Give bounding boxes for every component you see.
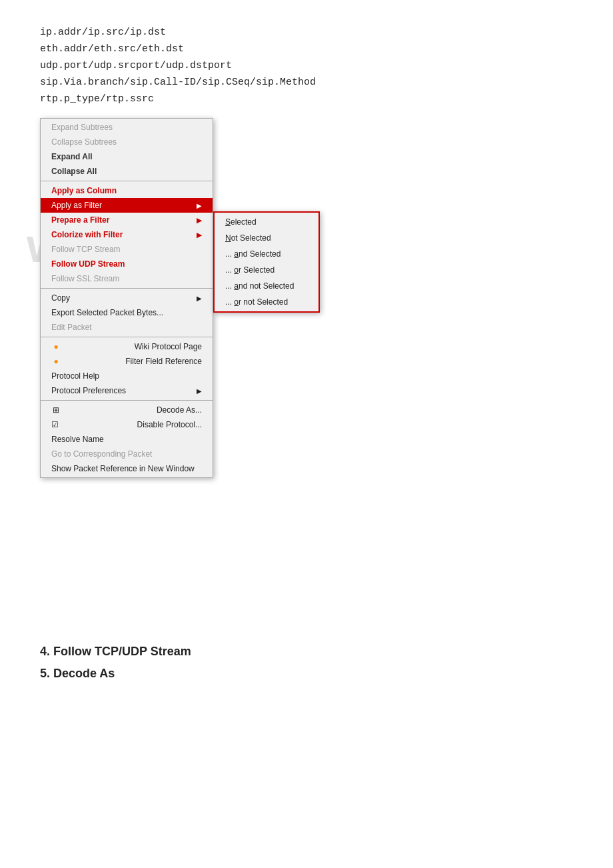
menu-item-collapse-all[interactable]: Collapse All <box>41 164 213 179</box>
submenu-arrow-prepare-filter: ▶ <box>197 217 202 224</box>
menu-item-copy[interactable]: Copy ▶ <box>41 291 213 305</box>
menu-item-go-to-corresponding[interactable]: Go to Corresponding Packet <box>41 447 213 461</box>
menu-item-filter-field-ref[interactable]: ● Filter Field Reference <box>41 354 213 369</box>
menu-item-wiki-protocol[interactable]: ● Wiki Protocol Page <box>41 339 213 354</box>
submenu-item-or-selected[interactable]: ... or Selected <box>215 262 318 278</box>
menu-item-show-packet-reference[interactable]: Show Packet Reference in New Window <box>41 461 213 476</box>
submenu-arrow-copy: ▶ <box>197 295 202 302</box>
menu-item-apply-as-filter[interactable]: Apply as Filter ▶ <box>41 198 213 213</box>
text-line-3: udp.port/udp.srcport/udp.dstport <box>40 60 573 71</box>
globe-orange-icon-2: ● <box>51 357 61 366</box>
text-line-1: ip.addr/ip.src/ip.dst <box>40 27 573 38</box>
menu-item-protocol-help[interactable]: Protocol Help <box>41 369 213 383</box>
menu-item-apply-as-column[interactable]: Apply as Column <box>41 183 213 198</box>
apply-filter-submenu: Selected Not Selected ... and Selected .… <box>213 211 320 313</box>
menu-item-expand-all[interactable]: Expand All <box>41 149 213 164</box>
separator-3 <box>41 337 213 337</box>
menu-item-export-selected[interactable]: Export Selected Packet Bytes... <box>41 305 213 320</box>
checkmark-icon: ☑ <box>51 420 59 429</box>
separator-1 <box>41 181 213 181</box>
menu-item-protocol-preferences[interactable]: Protocol Preferences ▶ <box>41 383 213 398</box>
submenu-item-or-not-selected[interactable]: ... or not Selected <box>215 294 318 310</box>
numbered-item-1: 4. Follow TCP/UDP Stream <box>40 645 573 659</box>
top-text-block: ip.addr/ip.src/ip.dst eth.addr/eth.src/e… <box>40 27 573 105</box>
numbered-item-2: 5. Decode As <box>40 667 573 681</box>
separator-4 <box>41 400 213 401</box>
context-menu-area: www.bdo Expand Subtrees Collapse Subtree… <box>40 118 573 378</box>
submenu-item-and-selected[interactable]: ... and Selected <box>215 246 318 262</box>
menu-item-edit-packet[interactable]: Edit Packet <box>41 320 213 335</box>
submenu-arrow-apply-filter: ▶ <box>197 202 202 209</box>
menu-item-collapse-subtrees[interactable]: Collapse Subtrees <box>41 135 213 149</box>
menu-item-follow-ssl[interactable]: Follow SSL Stream <box>41 271 213 286</box>
menu-item-prepare-filter[interactable]: Prepare a Filter ▶ <box>41 213 213 227</box>
text-line-2: eth.addr/eth.src/eth.dst <box>40 43 573 55</box>
menu-item-follow-udp[interactable]: Follow UDP Stream <box>41 257 213 271</box>
submenu-item-and-not-selected[interactable]: ... and not Selected <box>215 278 318 294</box>
menu-item-colorize-filter[interactable]: Colorize with Filter ▶ <box>41 227 213 242</box>
submenu-arrow-colorize: ▶ <box>197 231 202 239</box>
menu-item-follow-tcp[interactable]: Follow TCP Stream <box>41 242 213 257</box>
separator-2 <box>41 288 213 289</box>
globe-orange-icon-1: ● <box>51 342 61 351</box>
menu-item-expand-subtrees[interactable]: Expand Subtrees <box>41 120 213 135</box>
submenu-arrow-protocol-prefs: ▶ <box>197 387 202 395</box>
submenu-item-not-selected[interactable]: Not Selected <box>215 230 318 246</box>
menu-item-resolve-name[interactable]: Resolve Name <box>41 432 213 447</box>
submenu-item-selected[interactable]: Selected <box>215 214 318 230</box>
menu-item-disable-protocol[interactable]: ☑ Disable Protocol... <box>41 417 213 432</box>
text-line-4: sip.Via.branch/sip.Call-ID/sip.CSeq/sip.… <box>40 77 573 88</box>
menu-item-decode-as[interactable]: ⊞ Decode As... <box>41 403 213 417</box>
numbered-items-section: 4. Follow TCP/UDP Stream 5. Decode As <box>40 645 573 681</box>
text-line-5: rtp.p_type/rtp.ssrc <box>40 93 573 105</box>
context-menu-wrapper: Expand Subtrees Collapse Subtrees Expand… <box>40 118 573 478</box>
decode-icon: ⊞ <box>51 405 61 415</box>
context-menu: Expand Subtrees Collapse Subtrees Expand… <box>40 118 213 478</box>
